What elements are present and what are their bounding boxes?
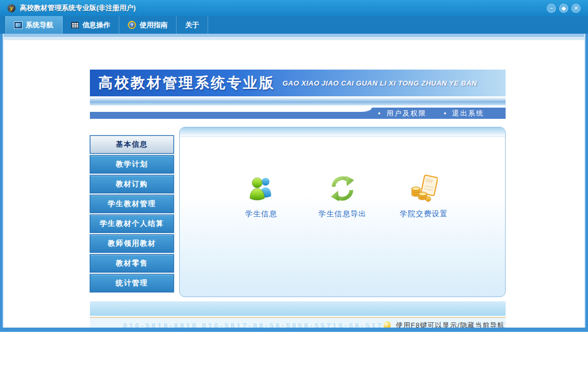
- tab-info-operations[interactable]: 信息操作: [63, 16, 119, 34]
- sidebar-item-basic-info[interactable]: 基本信息: [90, 135, 174, 154]
- main-content-panel: 学生信息 学生信息导出: [179, 127, 506, 297]
- sidebar-nav: 基本信息 教学计划 教材订购 学生教材管理 学生教材个人结算 教师领用教材 教材…: [90, 135, 174, 292]
- shortcut-student-info-export[interactable]: 学生信息导出: [313, 174, 372, 219]
- banner-title: 高校教材管理系统专业版: [98, 73, 275, 93]
- menubar-items: ● 用户及权限 ● 退出系统: [378, 108, 484, 119]
- close-icon[interactable]: ✕: [571, 4, 581, 13]
- sidebar-item-teacher-textbook[interactable]: 教师领用教材: [90, 234, 174, 253]
- tab-system-navigation[interactable]: 系统导航: [5, 16, 63, 34]
- menu-item-exit-system[interactable]: ● 退出系统: [444, 109, 484, 118]
- tab-label: 关于: [185, 20, 199, 30]
- minimize-icon[interactable]: −: [547, 4, 556, 13]
- shortcut-label: 学院交费设置: [400, 209, 448, 219]
- status-tip-text: 使用F8键可以显示/隐藏当前导航窗口: [396, 321, 506, 328]
- shortcut-student-info[interactable]: 学生信息: [232, 174, 291, 219]
- status-contact-text: 010-5818-8818 010-5817-88-58-5858-55715-…: [123, 318, 384, 328]
- tab-user-guide[interactable]: ? 使用指南: [119, 16, 177, 34]
- menubar-swoosh-decoration: [90, 108, 372, 112]
- grid-icon: [71, 22, 79, 28]
- tab-label: 信息操作: [82, 20, 110, 30]
- app-banner: 高校教材管理系统专业版 GAO XIAO JIAO CAI GUAN LI XI…: [90, 70, 506, 96]
- panel-header-strip: [180, 127, 505, 137]
- monitor-icon: [14, 22, 22, 28]
- lightbulb-icon: [384, 321, 391, 328]
- status-bar: 010-5818-8818 010-5817-88-58-5858-55715-…: [90, 318, 506, 328]
- tab-label: 使用指南: [140, 20, 167, 30]
- app-icon: y: [7, 4, 16, 12]
- ribbon-tabbar: 系统导航 信息操作 ? 使用指南 关于: [0, 16, 588, 34]
- shortcut-row: 学生信息 学生信息导出: [180, 174, 505, 219]
- bottom-band: [90, 301, 506, 316]
- window-controls: − ◆ ✕: [547, 4, 581, 13]
- help-icon: ?: [128, 21, 136, 29]
- window-title: 高校教材管理系统专业版(非注册用户): [20, 3, 547, 13]
- menu-item-users-permissions[interactable]: ● 用户及权限: [378, 109, 426, 118]
- sidebar-item-teaching-plan[interactable]: 教学计划: [90, 155, 174, 173]
- sidebar-item-textbook-retail[interactable]: 教材零售: [90, 254, 174, 272]
- status-tip-group: 使用F8键可以显示/隐藏当前导航窗口: [384, 318, 506, 328]
- sidebar-item-statistics-mgmt[interactable]: 统计管理: [90, 274, 174, 292]
- tabbar-bottom-strip: [4, 34, 584, 40]
- tab-label: 系统导航: [26, 20, 54, 30]
- shortcut-label: 学生信息导出: [318, 209, 366, 219]
- maximize-icon[interactable]: ◆: [559, 4, 568, 13]
- shortcut-label: 学生信息: [245, 209, 277, 219]
- window-titlebar[interactable]: y 高校教材管理系统专业版(非注册用户) − ◆ ✕: [0, 0, 588, 16]
- export-refresh-icon: [329, 174, 356, 202]
- menu-item-label: 用户及权限: [386, 109, 426, 118]
- shortcut-college-fee-settings[interactable]: 学院交费设置: [394, 174, 453, 219]
- banner-subtitle: GAO XIAO JIAO CAI GUAN LI XI TONG ZHUAN …: [282, 79, 477, 87]
- top-menubar: ● 用户及权限 ● 退出系统: [90, 108, 506, 119]
- sidebar-item-student-personal-settlement[interactable]: 学生教材个人结算: [90, 215, 174, 233]
- fees-coins-icon: [410, 174, 438, 202]
- banner-gradient-strip: [90, 97, 506, 105]
- tab-about[interactable]: 关于: [177, 16, 208, 34]
- window-border-right: [584, 34, 588, 328]
- window-border-left: [0, 34, 4, 328]
- bullet-icon: ●: [378, 111, 381, 116]
- window-border-bottom: [0, 328, 588, 332]
- menu-item-label: 退出系统: [452, 109, 484, 118]
- students-icon: [247, 174, 275, 202]
- sidebar-item-student-textbook-mgmt[interactable]: 学生教材管理: [90, 195, 174, 213]
- sidebar-item-textbook-order[interactable]: 教材订购: [90, 175, 174, 193]
- bullet-icon: ●: [444, 111, 447, 116]
